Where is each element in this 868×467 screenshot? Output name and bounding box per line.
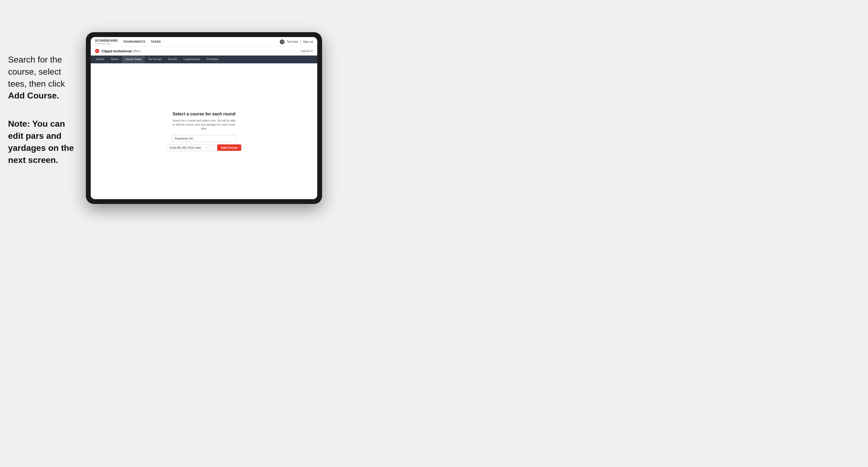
logo-area: SCOREBOARD Powered by clippd bbox=[95, 39, 118, 44]
course-search-input[interactable] bbox=[172, 135, 236, 142]
user-label: Test User bbox=[287, 40, 298, 43]
logo-sub: Powered by clippd bbox=[95, 43, 118, 44]
tab-bar: Details Teams Course Setup Tee Groups Re… bbox=[91, 56, 317, 63]
nav-separator: | bbox=[300, 40, 301, 43]
tab-results[interactable]: Results bbox=[165, 56, 180, 63]
top-nav-links: TOURNAMENTS TEAMS bbox=[123, 40, 161, 43]
instructions-panel: Search for the course, select tees, then… bbox=[8, 54, 83, 166]
nav-teams[interactable]: TEAMS bbox=[151, 40, 161, 43]
tablet-screen: SCOREBOARD Powered by clippd TOURNAMENTS… bbox=[91, 37, 317, 199]
user-avatar: U bbox=[280, 39, 284, 44]
tab-leaderboards[interactable]: Leaderboards bbox=[180, 56, 204, 63]
instruction-text: Search for the course, select tees, then… bbox=[8, 55, 65, 100]
note-text: Note: You can edit pars and yardages on … bbox=[8, 118, 83, 166]
top-nav: SCOREBOARD Powered by clippd TOURNAMENTS… bbox=[91, 37, 317, 47]
tab-tee-groups[interactable]: Tee Groups bbox=[145, 56, 165, 63]
tab-details[interactable]: Details bbox=[93, 56, 107, 63]
cancel-button[interactable]: Cancel ✕ bbox=[301, 50, 313, 53]
tournament-title: Clippd Invitational bbox=[101, 49, 132, 53]
tab-teams[interactable]: Teams bbox=[107, 56, 122, 63]
tee-select-wrapper: Gold (M) (M) (7010 yds) ✕ ⌃⌄ bbox=[167, 144, 215, 151]
main-content: Select a course for each round Search fo… bbox=[91, 63, 317, 199]
tee-select[interactable]: Gold (M) (M) (7010 yds) bbox=[167, 144, 215, 151]
tablet-frame: SCOREBOARD Powered by clippd TOURNAMENTS… bbox=[86, 32, 322, 204]
course-select-heading: Select a course for each round bbox=[173, 112, 236, 117]
nav-right: U Test User | Sign out bbox=[280, 39, 313, 44]
tournament-subtitle: (Men) bbox=[133, 50, 141, 53]
sign-out-link[interactable]: Sign out bbox=[303, 40, 313, 43]
logo-text: SCOREBOARD bbox=[95, 39, 118, 42]
nav-tournaments[interactable]: TOURNAMENTS bbox=[123, 40, 145, 43]
tournament-header: C Clippd Invitational (Men) Cancel ✕ bbox=[91, 47, 317, 56]
tee-select-row: Gold (M) (M) (7010 yds) ✕ ⌃⌄ Add Course bbox=[167, 144, 241, 151]
add-course-button[interactable]: Add Course bbox=[217, 145, 241, 151]
tab-printables[interactable]: Printables bbox=[204, 56, 222, 63]
tournament-icon: C bbox=[95, 49, 99, 53]
tab-course-setup[interactable]: Course Setup bbox=[122, 56, 145, 63]
course-select-description: Search for a course and select a tee. Yo… bbox=[172, 119, 236, 131]
